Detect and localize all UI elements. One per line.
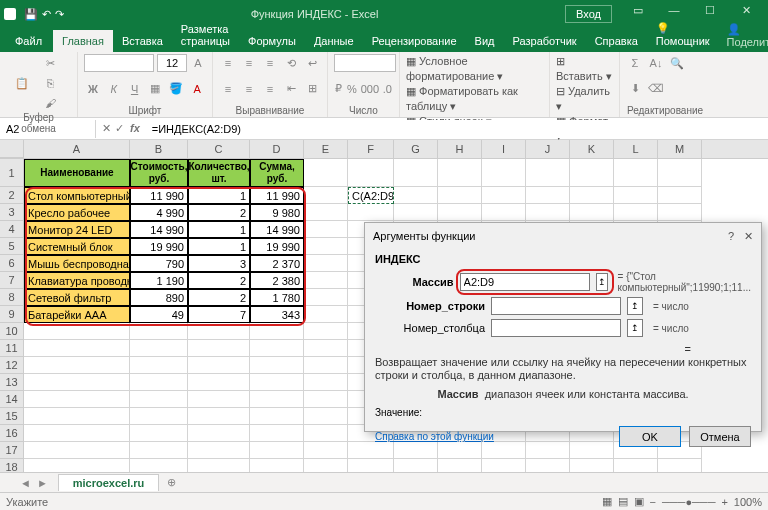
- cell[interactable]: [24, 374, 130, 391]
- col-head-A[interactable]: A: [24, 140, 130, 158]
- arg3-range-picker-icon[interactable]: ↥: [627, 319, 643, 337]
- cell[interactable]: [188, 357, 250, 374]
- table-cell-sum[interactable]: 1 780: [250, 289, 304, 306]
- table-header[interactable]: Наименование: [24, 159, 130, 187]
- cell[interactable]: [304, 408, 348, 425]
- cell[interactable]: [570, 187, 614, 204]
- table-cell-name[interactable]: Мышь беспроводная: [24, 255, 130, 272]
- cancel-formula-icon[interactable]: ✕: [102, 122, 111, 135]
- cell[interactable]: [570, 204, 614, 221]
- align-center-icon[interactable]: ≡: [240, 80, 258, 98]
- enter-formula-icon[interactable]: ✓: [115, 122, 124, 135]
- tab-file[interactable]: Файл: [4, 30, 53, 52]
- cell[interactable]: [304, 238, 348, 255]
- cell[interactable]: [130, 323, 188, 340]
- row-head[interactable]: 10: [0, 323, 24, 340]
- fill-icon[interactable]: 🪣: [167, 80, 185, 98]
- tab-home[interactable]: Главная: [53, 30, 113, 52]
- cell[interactable]: [188, 391, 250, 408]
- inc-font-icon[interactable]: A: [190, 54, 206, 72]
- cell[interactable]: [438, 159, 482, 187]
- row-head[interactable]: 8: [0, 289, 24, 306]
- currency-icon[interactable]: ₽: [334, 80, 343, 98]
- select-all[interactable]: [0, 140, 24, 158]
- merge-icon[interactable]: ⊞: [303, 80, 321, 98]
- cell[interactable]: [188, 425, 250, 442]
- row-head[interactable]: 14: [0, 391, 24, 408]
- insert-cells-button[interactable]: ⊞ Вставить ▾: [556, 54, 613, 84]
- cell[interactable]: [570, 159, 614, 187]
- border-icon[interactable]: ▦: [146, 80, 164, 98]
- dialog-close-icon[interactable]: ✕: [744, 230, 753, 243]
- cell[interactable]: [658, 204, 702, 221]
- cell[interactable]: [304, 391, 348, 408]
- align-right-icon[interactable]: ≡: [261, 80, 279, 98]
- font-color-icon[interactable]: A: [188, 80, 206, 98]
- row-head[interactable]: 4: [0, 221, 24, 238]
- cell[interactable]: [250, 425, 304, 442]
- inc-dec-icon[interactable]: .0: [382, 80, 393, 98]
- dialog-help-icon[interactable]: ?: [728, 230, 734, 242]
- table-cell-qty[interactable]: 2: [188, 289, 250, 306]
- prev-sheet-icon[interactable]: ◄: [20, 477, 31, 489]
- table-cell-qty[interactable]: 1: [188, 238, 250, 255]
- table-cell-sum[interactable]: 9 980: [250, 204, 304, 221]
- cell[interactable]: [438, 187, 482, 204]
- zoom-in-icon[interactable]: +: [721, 496, 727, 508]
- orient-icon[interactable]: ⟲: [282, 54, 300, 72]
- cell[interactable]: [614, 187, 658, 204]
- tab-formulas[interactable]: Формулы: [239, 30, 305, 52]
- align-top-icon[interactable]: ≡: [219, 54, 237, 72]
- row-head[interactable]: 13: [0, 374, 24, 391]
- cell[interactable]: [250, 357, 304, 374]
- cell[interactable]: [24, 408, 130, 425]
- row-head[interactable]: 5: [0, 238, 24, 255]
- cell[interactable]: [526, 187, 570, 204]
- cancel-button[interactable]: Отмена: [689, 426, 751, 447]
- row-head[interactable]: 6: [0, 255, 24, 272]
- row-head[interactable]: 15: [0, 408, 24, 425]
- cell[interactable]: [250, 323, 304, 340]
- table-cell-name[interactable]: Стол компьютерный: [24, 187, 130, 204]
- tab-review[interactable]: Рецензирование: [363, 30, 466, 52]
- tab-help[interactable]: Справка: [586, 30, 647, 52]
- col-head-L[interactable]: L: [614, 140, 658, 158]
- cell[interactable]: [526, 204, 570, 221]
- arg1-input[interactable]: [460, 273, 590, 291]
- cell[interactable]: [188, 340, 250, 357]
- col-head-H[interactable]: H: [438, 140, 482, 158]
- find-icon[interactable]: 🔍: [668, 54, 686, 72]
- arg2-range-picker-icon[interactable]: ↥: [627, 297, 643, 315]
- col-head-G[interactable]: G: [394, 140, 438, 158]
- save-icon[interactable]: 💾: [24, 8, 38, 21]
- col-head-B[interactable]: B: [130, 140, 188, 158]
- cell[interactable]: [438, 204, 482, 221]
- cell[interactable]: [394, 187, 438, 204]
- cell[interactable]: [304, 159, 348, 187]
- col-head-F[interactable]: F: [348, 140, 394, 158]
- cell[interactable]: [658, 187, 702, 204]
- cell[interactable]: [24, 391, 130, 408]
- table-cell-qty[interactable]: 1: [188, 221, 250, 238]
- tab-tell[interactable]: 💡 Помощник: [647, 17, 719, 52]
- col-head-C[interactable]: C: [188, 140, 250, 158]
- comma-icon[interactable]: 000: [361, 80, 379, 98]
- cell[interactable]: [250, 391, 304, 408]
- table-cell-name[interactable]: Монитор 24 LED: [24, 221, 130, 238]
- arg2-input[interactable]: [491, 297, 621, 315]
- table-cell-sum[interactable]: 14 990: [250, 221, 304, 238]
- cell[interactable]: [130, 340, 188, 357]
- table-cell-qty[interactable]: 2: [188, 272, 250, 289]
- cell[interactable]: [24, 357, 130, 374]
- col-head-I[interactable]: I: [482, 140, 526, 158]
- view-layout-icon[interactable]: ▤: [618, 495, 628, 508]
- cell[interactable]: [130, 391, 188, 408]
- table-cell-name[interactable]: Системный блок: [24, 238, 130, 255]
- tab-data[interactable]: Данные: [305, 30, 363, 52]
- table-header[interactable]: Количество, шт.: [188, 159, 250, 187]
- cell[interactable]: [250, 442, 304, 459]
- table-cell-sum[interactable]: 2 370: [250, 255, 304, 272]
- formula-input[interactable]: [146, 120, 768, 138]
- indent-dec-icon[interactable]: ⇤: [282, 80, 300, 98]
- cell[interactable]: [348, 204, 394, 221]
